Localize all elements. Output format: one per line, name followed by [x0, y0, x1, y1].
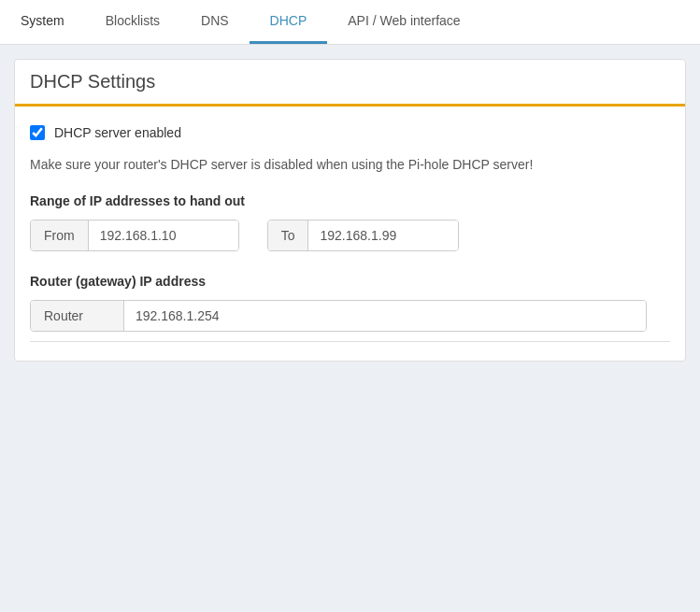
- to-label: To: [268, 221, 309, 250]
- divider: [30, 341, 670, 342]
- to-input-group: To: [267, 220, 460, 251]
- tab-system[interactable]: System: [0, 0, 85, 44]
- dhcp-enabled-label: DHCP server enabled: [54, 125, 181, 140]
- tab-blocklists[interactable]: Blocklists: [85, 0, 180, 44]
- from-label: From: [31, 221, 89, 250]
- section-title: DHCP Settings: [30, 71, 670, 93]
- section-body: DHCP server enabled Make sure your route…: [15, 107, 685, 361]
- ip-range-row: From To: [30, 220, 670, 251]
- dhcp-enabled-row: DHCP server enabled: [30, 125, 670, 140]
- from-input[interactable]: [89, 221, 238, 250]
- router-title: Router (gateway) IP address: [30, 274, 670, 289]
- from-input-group: From: [30, 220, 239, 251]
- dhcp-enabled-checkbox[interactable]: [30, 125, 45, 140]
- content-area: DHCP Settings DHCP server enabled Make s…: [14, 59, 686, 362]
- router-label: Router: [31, 301, 124, 331]
- router-input[interactable]: [124, 301, 646, 331]
- tab-api-web[interactable]: API / Web interface: [327, 0, 480, 44]
- tab-dns[interactable]: DNS: [180, 0, 250, 44]
- range-title: Range of IP addresses to hand out: [30, 193, 670, 208]
- section-header: DHCP Settings: [15, 60, 685, 107]
- tab-dhcp[interactable]: DHCP: [250, 0, 328, 44]
- to-input[interactable]: [308, 221, 458, 250]
- tabs-wrapper: System Blocklists DNS DHCP API / Web int…: [0, 0, 700, 45]
- router-input-group: Router: [30, 300, 647, 332]
- dhcp-notice: Make sure your router's DHCP server is d…: [30, 155, 670, 175]
